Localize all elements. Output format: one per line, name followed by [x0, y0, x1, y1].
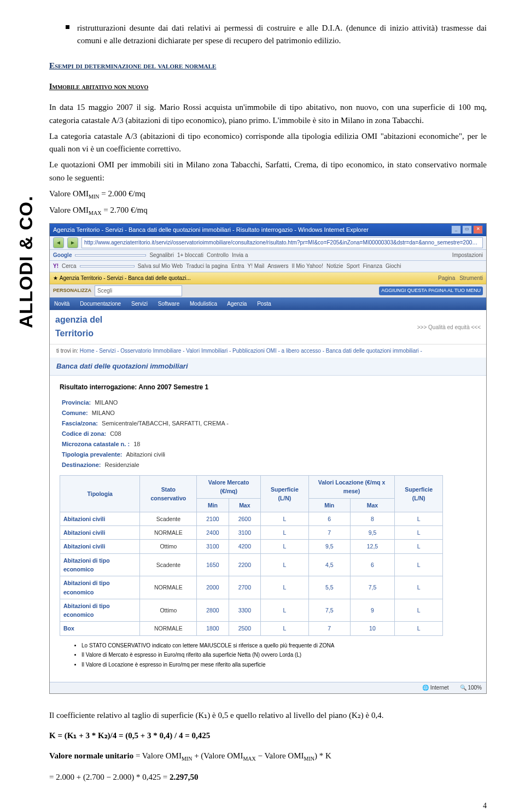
cerca-label: Cerca	[62, 262, 77, 271]
scegli-select[interactable]: Scegli	[95, 285, 182, 296]
pagina-menu[interactable]: Pagina	[438, 274, 455, 283]
paragraph-1: In data 15 maggio 2007 il sig. Mario Ros…	[49, 101, 487, 127]
th-locazione: Valori Locazione (€/mq x mese)	[308, 476, 395, 499]
sport-link[interactable]: Sport	[347, 262, 360, 271]
table-row: Abitazioni di tipo economicoScadente1650…	[60, 553, 443, 576]
yahoo-logo: Y!	[53, 262, 59, 271]
omi-table: Tipologia Stato conservativo Valore Merc…	[60, 475, 443, 635]
status-zoom[interactable]: 🔍 100%	[460, 684, 482, 692]
th-min2: Min	[308, 498, 350, 512]
th-max1: Max	[229, 498, 260, 512]
notizie-link[interactable]: Notizie	[326, 262, 343, 271]
ymail-link[interactable]: Y! Mail	[248, 262, 265, 271]
page-number: 4	[49, 800, 487, 812]
document-page: ristrutturazioni desunte dai dati relati…	[0, 0, 525, 812]
window-titlebar[interactable]: Agenzia Territorio - Servizi - Banca dat…	[50, 224, 486, 236]
giochi-link[interactable]: Giochi	[386, 262, 401, 271]
brand-line1: agenzia del	[55, 313, 102, 327]
field-comune: Comune: MILANO	[60, 408, 476, 418]
favorites-bar: ★ Agenzia Territorio - Servizi - Banca d…	[50, 272, 486, 285]
breadcrumb: ti trovi in: Home - Servizi - Osservator…	[50, 344, 486, 358]
nav-servizi[interactable]: Servizi	[131, 301, 148, 307]
status-zone: 🌐 Internet	[422, 684, 449, 692]
breadcrumb-path[interactable]: Home - Servizi - Osservatorio Immobiliar…	[80, 348, 422, 354]
section-heading: Esempi di determinazione del valore norm…	[49, 60, 487, 72]
strumenti-menu[interactable]: Strumenti	[459, 274, 483, 283]
th-min1: Min	[197, 498, 229, 512]
bullet-item: ristrutturazioni desunte dai dati relati…	[49, 22, 487, 48]
field-microzona: Microzona catastale n. : 18	[60, 440, 476, 449]
controllo-button[interactable]: Controllo	[207, 251, 229, 260]
brand-tagline: >>> Qualità ed equità <<<	[417, 323, 481, 332]
table-row: Abitazioni civiliOttimo31004200L9,512,5L	[60, 540, 443, 553]
table-row: Abitazioni civiliNORMALE24003100L79,5L	[60, 526, 443, 540]
nav-posta[interactable]: Posta	[257, 301, 271, 307]
entra-button[interactable]: Entra	[231, 262, 244, 271]
segnalibri-button[interactable]: Segnalibri	[149, 251, 173, 260]
bullet-marker	[66, 25, 69, 29]
browser-statusbar: 🌐 Internet 🔍 100%	[50, 682, 486, 693]
nav-modulistica[interactable]: Modulistica	[190, 301, 217, 307]
close-button[interactable]: ✕	[473, 225, 483, 234]
nav-documentazione[interactable]: Documentazione	[80, 301, 121, 307]
valore-normale-calc: = 2.000 + (2.700 − 2.000) * 0,425 = 2.29…	[49, 771, 487, 784]
field-provincia: Provincia: MILANO	[60, 398, 476, 407]
valore-omi-min: Valore OMIMIN = 2.000 €/mq	[49, 188, 487, 201]
site-logo-row: agenzia del Territorio >>> Qualità ed eq…	[50, 310, 486, 344]
salva-button[interactable]: Salva sul Mio Web	[138, 262, 183, 271]
nav-agenzia[interactable]: Agenzia	[227, 301, 247, 307]
th-stato: Stato conservativo	[140, 476, 197, 512]
aggiungi-menu-caption[interactable]: AGGIUNGI QUESTA PAGINA AL TUO MENU	[379, 287, 483, 295]
paragraph-3: Le quotazioni OMI per immobili siti in M…	[49, 159, 487, 184]
table-row: BoxNORMALE18002500L710L	[60, 622, 443, 635]
google-logo: Google	[53, 251, 72, 260]
note-item: Il Valore di Locazione è espresso in Eur…	[81, 661, 476, 669]
note-item: Il Valore di Mercato è espresso in Euro/…	[81, 651, 476, 659]
answers-link[interactable]: Answers	[267, 262, 288, 271]
result-content: Risultato interrogazione: Anno 2007 Seme…	[50, 376, 486, 682]
k-formula: K = (K₁ + 3 * K₂)/4 = (0,5 + 3 * 0,4) / …	[49, 729, 487, 742]
google-search-input[interactable]	[75, 254, 146, 256]
field-fascia: Fascia/zona: Semicentrale/TABACCHI, SARF…	[60, 419, 476, 428]
invia-button[interactable]: Invia a	[232, 251, 248, 260]
result-title: Risultato interrogazione: Anno 2007 Seme…	[60, 382, 476, 393]
paragraph-2: La categoria catastale A/3 (abitazioni d…	[49, 130, 487, 156]
field-codice: Codice di zona: C08	[60, 429, 476, 439]
nav-software[interactable]: Software	[158, 301, 179, 307]
yahoo-link[interactable]: Il Mio Yahoo!	[292, 262, 323, 271]
finanza-link[interactable]: Finanza	[363, 262, 382, 271]
field-destinazione: Destinazione: Residenziale	[60, 460, 476, 470]
popup-blocked[interactable]: 1+ bloccati	[177, 251, 203, 260]
note-item: Lo STATO CONSERVATIVO indicato con lette…	[81, 641, 476, 650]
current-tab[interactable]: Agenzia Territorio - Servizi - Banca dat…	[60, 274, 191, 283]
brand-line2: Territorio	[55, 327, 102, 341]
traduci-button[interactable]: Traduci la pagina	[186, 262, 228, 271]
table-notes: Lo STATO CONSERVATIVO indicato con lette…	[60, 641, 476, 669]
address-bar[interactable]: http://www.agenziaterritorio.it/servizi/…	[81, 237, 483, 248]
address-toolbar: ◄ ► http://www.agenziaterritorio.it/serv…	[50, 236, 486, 250]
valore-normale-formula: Valore normale unitario = Valore OMIMIN …	[49, 750, 487, 763]
coefficients-text: Il coefficiente relativo al taglio di su…	[49, 709, 487, 722]
minimize-button[interactable]: _	[451, 225, 461, 234]
th-tipologia: Tipologia	[60, 476, 140, 512]
personalizza-label[interactable]: PERSONALIZZA	[53, 287, 91, 295]
bullet-text: ristrutturazioni desunte dai dati relati…	[77, 22, 487, 48]
back-button[interactable]: ◄	[53, 237, 64, 248]
page-title: Banca dati delle quotazioni immobiliari	[50, 358, 486, 376]
personalizza-bar: PERSONALIZZA Scegli AGGIUNGI QUESTA PAGI…	[50, 284, 486, 297]
favorite-icon[interactable]: ★	[53, 274, 58, 283]
impostazioni-button[interactable]: Impostazioni	[452, 251, 483, 260]
forward-button[interactable]: ►	[67, 237, 78, 248]
yahoo-search-input[interactable]	[80, 265, 135, 267]
maximize-button[interactable]: ▭	[462, 225, 472, 234]
th-mercato: Valore Mercato (€/mq)	[197, 476, 261, 499]
embedded-browser-screenshot: Agenzia Territorio - Servizi - Banca dat…	[49, 223, 487, 694]
table-row: Abitazioni di tipo economicoOttimo280033…	[60, 599, 443, 622]
valore-omi-max: Valore OMIMAX = 2.700 €/mq	[49, 204, 487, 218]
th-max2: Max	[350, 498, 395, 512]
table-row: Abitazioni civiliScadente21002600L68L	[60, 512, 443, 525]
th-sup1: Superficie (L/N)	[261, 476, 309, 512]
window-title: Agenzia Territorio - Servizi - Banca dat…	[53, 225, 369, 235]
site-navbar: Novità Documentazione Servizi Software M…	[50, 297, 486, 311]
nav-novita[interactable]: Novità	[54, 301, 69, 307]
